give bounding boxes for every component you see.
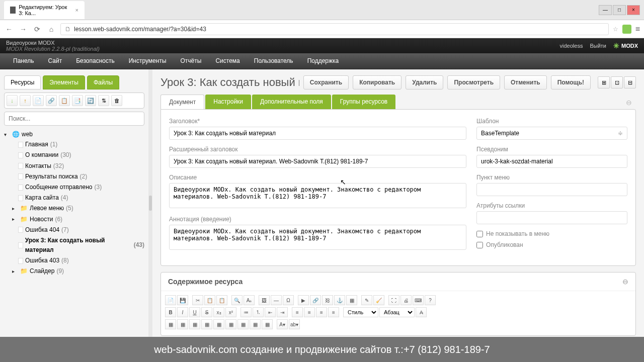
ed-copy-icon[interactable]: 📋	[204, 295, 215, 305]
description-input[interactable]: Видеоуроки MODx. Как создать новый докум…	[169, 183, 466, 208]
user-link[interactable]: videoless	[560, 43, 583, 49]
tree-item[interactable]: Карта сайта (4)	[4, 193, 144, 203]
splitter[interactable]	[148, 69, 152, 337]
bookmark-icon[interactable]: ☆	[613, 26, 618, 33]
ed-tbl5-icon[interactable]: ▦	[213, 319, 224, 329]
menu-security[interactable]: Безопасность	[69, 53, 122, 69]
menutitle-input[interactable]	[476, 183, 627, 196]
ed-table-icon[interactable]: ▦	[346, 295, 357, 305]
ed-newdoc-icon[interactable]: 📄	[165, 295, 176, 305]
reload-icon[interactable]: ⟳	[32, 24, 42, 34]
help-button[interactable]: Помощь!	[551, 75, 591, 89]
hidemenu-checkbox[interactable]	[476, 231, 483, 237]
tree-item[interactable]: Ошибка 403 (8)	[4, 255, 144, 266]
side-tab-files[interactable]: Файлы	[87, 75, 119, 89]
ed-find-icon[interactable]: 🔍	[231, 295, 243, 305]
tree-item[interactable]: О компании (30)	[4, 150, 144, 160]
new-static-icon[interactable]: 📑	[72, 95, 83, 106]
refresh-icon[interactable]: 🔄	[85, 95, 96, 106]
ed-aligncenter-icon[interactable]: ≡	[304, 307, 315, 317]
menu-support[interactable]: Поддержка	[300, 53, 346, 69]
menu-panel[interactable]: Панель	[6, 53, 41, 69]
tab-close-icon[interactable]: ×	[75, 7, 78, 13]
new-doc-icon[interactable]: 📄	[33, 95, 44, 106]
pagetitle-input[interactable]	[169, 127, 466, 140]
tree-item[interactable]: ▸📁Левое меню (5)	[4, 203, 144, 214]
collapse-content-icon[interactable]: ⊖	[622, 278, 628, 286]
ed-tbl4-icon[interactable]: ▦	[201, 319, 212, 329]
longtitle-input[interactable]	[169, 155, 466, 168]
ed-paste-icon[interactable]: 📋	[216, 295, 227, 305]
forward-icon[interactable]: →	[18, 24, 28, 34]
delete-button[interactable]: Удалить	[406, 75, 443, 89]
cancel-button[interactable]: Отменить	[504, 75, 547, 89]
ed-unlink-icon[interactable]: ⛓	[322, 295, 333, 305]
ed-tbl9-icon[interactable]: ▦	[262, 319, 273, 329]
ed-clean-icon[interactable]: 🧹	[373, 295, 384, 305]
home-icon[interactable]: ⌂	[46, 24, 56, 34]
browser-tab[interactable]: Редактируем: Урок 3: Ка... ×	[4, 1, 85, 19]
new-symlink-icon[interactable]: 📋	[59, 95, 70, 106]
tree-root[interactable]: ▾ 🌐 web	[4, 130, 144, 139]
preview-button[interactable]: Просмотреть	[447, 75, 500, 89]
view-icon-2[interactable]: ⊡	[611, 76, 623, 88]
ed-outdent-icon[interactable]: ⇤	[265, 307, 276, 317]
tree-item[interactable]: Урок 3: Как создать новый материал (43)	[4, 235, 144, 255]
ed-tbl8-icon[interactable]: ▦	[250, 319, 261, 329]
modx-logo[interactable]: ✳MODX	[613, 42, 638, 50]
ed-fullscreen-icon[interactable]: ⛶	[388, 295, 399, 305]
ed-removefmt-icon[interactable]: A̶	[416, 307, 427, 317]
ed-alignright-icon[interactable]: ≡	[316, 307, 327, 317]
maximize-button[interactable]: □	[613, 5, 626, 15]
ed-print-icon[interactable]: 🖨	[400, 295, 412, 305]
menu-tools[interactable]: Инструменты	[122, 53, 174, 69]
hamburger-icon[interactable]: ≡	[635, 25, 640, 34]
view-icon-1[interactable]: ⊞	[598, 76, 610, 88]
ed-tbl2-icon[interactable]: ▦	[177, 319, 188, 329]
ed-strike-icon[interactable]: S	[201, 307, 212, 317]
menu-user[interactable]: Пользователь	[247, 53, 300, 69]
save-button[interactable]: Сохранить	[303, 75, 349, 89]
ed-replace-icon[interactable]: Aₐ	[244, 295, 255, 305]
tree-item[interactable]: Результаты поиска (2)	[4, 171, 144, 182]
side-tab-elements[interactable]: Элементы	[43, 75, 85, 89]
introtext-input[interactable]: Видеоуроки MODx. Как создать новый докум…	[169, 225, 466, 250]
extension-icon[interactable]	[622, 25, 631, 34]
tree-item[interactable]: ▸📁Слайдер (9)	[4, 266, 144, 277]
ed-format-select[interactable]: Абзац	[379, 307, 415, 317]
menu-site[interactable]: Сайт	[41, 53, 69, 69]
ed-help-icon[interactable]: ?	[425, 295, 436, 305]
copy-button[interactable]: Копировать	[353, 75, 401, 89]
tree-search-input[interactable]	[4, 112, 144, 126]
url-bar[interactable]: 🗋 lesson.web-sadovnik.com/manager/?a=30&…	[60, 23, 609, 35]
tree-item[interactable]: ▸📁Новости (6)	[4, 214, 144, 225]
expand-icon[interactable]: ↓	[7, 95, 18, 106]
ed-tbl7-icon[interactable]: ▦	[237, 319, 249, 329]
tree-item[interactable]: Главная (1)	[4, 139, 144, 150]
minimize-button[interactable]: —	[599, 5, 612, 15]
ed-sup-icon[interactable]: x²	[225, 307, 236, 317]
ed-underline-icon[interactable]: U	[189, 307, 200, 317]
ed-edit-icon[interactable]: ✎	[361, 295, 372, 305]
tree-item[interactable]: Ошибка 404 (7)	[4, 225, 144, 235]
ed-media-icon[interactable]: ▶	[298, 295, 309, 305]
ed-char-icon[interactable]: Ω	[283, 295, 294, 305]
template-select[interactable]: BaseTemplate≑	[476, 127, 627, 140]
ed-link-icon[interactable]: 🔗	[310, 295, 321, 305]
menu-system[interactable]: Система	[208, 53, 247, 69]
tree-item[interactable]: Сообщение отправлено (3)	[4, 182, 144, 193]
collapse-panel-icon[interactable]: ⊖	[626, 99, 632, 107]
collapse-icon[interactable]: ↑	[20, 95, 31, 106]
menu-reports[interactable]: Отчёты	[174, 53, 209, 69]
side-tab-resources[interactable]: Ресурсы	[4, 75, 41, 89]
tab-tvs[interactable]: Дополнительные поля	[252, 95, 331, 109]
ed-sub-icon[interactable]: x₂	[213, 307, 224, 317]
ed-italic-icon[interactable]: I	[177, 307, 188, 317]
close-button[interactable]: ×	[627, 5, 640, 15]
tab-groups[interactable]: Группы ресурсов	[332, 95, 395, 109]
ed-image-icon[interactable]: 🖼	[259, 295, 270, 305]
ed-code-icon[interactable]: ⌨	[413, 295, 424, 305]
published-checkbox[interactable]	[476, 242, 483, 248]
logout-link[interactable]: Выйти	[590, 43, 606, 49]
ed-tbl6-icon[interactable]: ▦	[225, 319, 236, 329]
